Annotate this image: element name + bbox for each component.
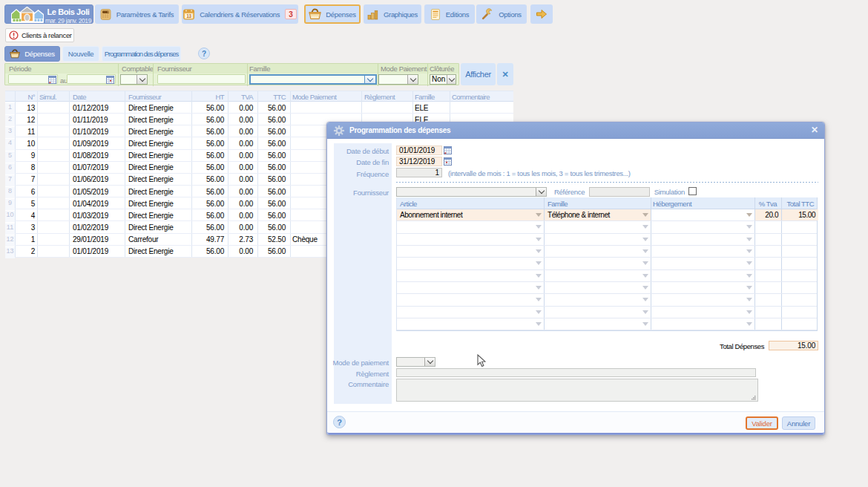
svg-text:13: 13 <box>187 13 192 18</box>
